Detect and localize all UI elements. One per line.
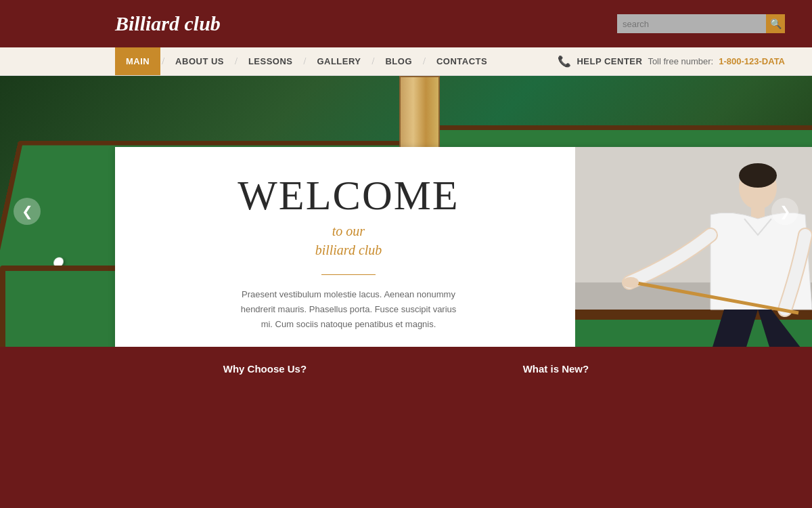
phone-icon: 📞: [558, 55, 571, 68]
nav-item-gallery[interactable]: GALLERY: [307, 47, 370, 75]
teaser-col2-label: What is New?: [523, 363, 589, 375]
nav-item-main[interactable]: MAIN: [115, 47, 160, 75]
welcome-text-area: WELCOME to our billiard club Praesent ve…: [115, 147, 575, 347]
search-icon: 🔍: [770, 18, 782, 29]
welcome-sub-line2: billiard club: [315, 242, 382, 257]
player-illustration: [575, 147, 812, 347]
help-label: HELP CENTER: [577, 56, 642, 66]
teaser-col1-label: Why Choose Us?: [223, 363, 307, 375]
teaser-col2: What is New?: [523, 363, 589, 375]
teaser-col1: Why Choose Us?: [223, 363, 307, 375]
nav-item-about[interactable]: ABOUT US: [166, 47, 233, 75]
prev-button[interactable]: ❮: [14, 198, 41, 225]
hero-slider: ❮ ❯ WELCOME to our billiard club Praesen…: [0, 76, 812, 347]
svg-point-7: [739, 163, 777, 188]
help-number: 1-800-123-DATA: [719, 56, 785, 66]
welcome-image: [575, 147, 812, 347]
nav-item-blog[interactable]: BLOG: [376, 47, 422, 75]
nav-sep-2: /: [233, 56, 239, 67]
nav-item-lessons[interactable]: LESSONS: [239, 47, 302, 75]
welcome-description: Praesent vestibulum molestie lacus. Aene…: [240, 287, 457, 332]
nav-item-contacts[interactable]: CONTACTS: [427, 47, 497, 75]
welcome-divider: [321, 274, 376, 275]
next-button[interactable]: ❯: [771, 198, 798, 225]
site-title: Billiard club: [115, 12, 221, 35]
bottom-teaser: Why Choose Us? What is New?: [0, 347, 812, 391]
welcome-card: WELCOME to our billiard club Praesent ve…: [115, 147, 812, 347]
chevron-right-icon: ❯: [780, 203, 791, 219]
nav-sep-5: /: [422, 56, 427, 67]
search-input[interactable]: [617, 14, 766, 33]
welcome-subheading: to our billiard club: [315, 221, 382, 259]
nav-links: MAIN / ABOUT US / LESSONS / GALLERY / BL…: [115, 47, 497, 75]
main-nav: MAIN / ABOUT US / LESSONS / GALLERY / BL…: [0, 47, 812, 76]
welcome-heading: WELCOME: [238, 174, 459, 216]
svg-point-10: [623, 277, 639, 288]
welcome-sub-line1: to our: [332, 224, 365, 238]
help-toll-label: Toll free number:: [648, 56, 713, 66]
chevron-left-icon: ❮: [22, 203, 33, 219]
search-bar: 🔍: [617, 14, 785, 33]
header: Billiard club 🔍: [0, 0, 812, 47]
nav-sep-3: /: [302, 56, 308, 67]
nav-sep-1: /: [160, 56, 166, 67]
nav-sep-4: /: [371, 56, 376, 67]
help-center: 📞 HELP CENTER Toll free number: 1-800-12…: [558, 55, 785, 68]
search-button[interactable]: 🔍: [766, 14, 785, 33]
